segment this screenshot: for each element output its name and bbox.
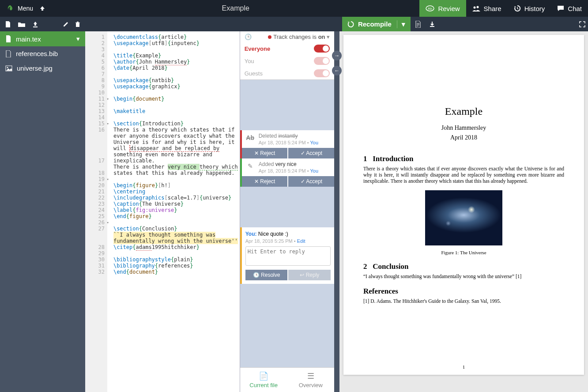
section-number: 1 — [363, 155, 367, 163]
code-content[interactable]: \documentclass{article} \usepackage[utf8… — [107, 31, 240, 392]
track-label: Track changes is — [273, 34, 317, 40]
rename-icon[interactable] — [63, 21, 69, 27]
toggle-guests[interactable] — [314, 69, 330, 77]
file-icon — [5, 50, 11, 57]
chat-icon — [557, 5, 564, 11]
recompile-label: Recompile — [358, 20, 392, 28]
review-icon: Ab — [426, 5, 434, 12]
file-name: main.tex — [16, 35, 41, 43]
reject-button[interactable]: ✕ Reject — [242, 176, 288, 187]
comment-card: You: Nice quote :) Apr 18, 2018 5:25 PM … — [240, 227, 334, 284]
pdf-title: Example — [363, 106, 564, 117]
change-author: You — [310, 140, 318, 145]
pdf-figure-image — [425, 190, 502, 245]
file-main-tex[interactable]: main.tex ▾ — [0, 31, 85, 46]
up-icon[interactable] — [39, 5, 45, 11]
image-icon — [5, 65, 12, 72]
code-editor[interactable]: 12345 678910 1112131415 16 17 181920 212… — [85, 31, 240, 392]
comment-author: You: — [245, 231, 257, 237]
file-icon — [5, 35, 11, 42]
section-number: 2 — [363, 262, 367, 271]
reply-button[interactable]: ↩ Reply — [288, 270, 331, 280]
change-author: You — [310, 168, 318, 173]
fullscreen-icon[interactable] — [579, 21, 585, 27]
comment-edit[interactable]: Edit — [297, 238, 305, 244]
history-icon — [514, 5, 521, 12]
strikethrough-icon: Ab — [245, 133, 255, 143]
pdf-date: April 2018 — [363, 134, 564, 141]
pdf-author: John Hammersley — [363, 124, 564, 132]
change-text: instantly — [278, 133, 298, 139]
chevron-down-icon[interactable]: ▾ — [76, 35, 80, 43]
file-name: universe.jpg — [17, 64, 53, 72]
pdf-paragraph: There is a theory which states that if e… — [363, 166, 564, 184]
review-label: Review — [438, 5, 460, 12]
toggle-everyone[interactable] — [314, 45, 330, 53]
change-card-added: ✎ Added very nice Apr 18, 2018 5:24 PM •… — [240, 158, 334, 187]
accept-button[interactable]: ✓ Accept — [288, 148, 334, 158]
share-icon — [472, 5, 480, 11]
pencil-icon: ✎ — [245, 161, 255, 171]
chevron-down-icon[interactable]: ▾ — [327, 34, 330, 40]
download-icon[interactable] — [426, 21, 439, 27]
reply-input[interactable] — [245, 246, 331, 266]
tab-overview[interactable]: ☰Overview — [287, 368, 334, 392]
change-text: very nice — [275, 161, 297, 167]
scope-everyone: Everyone — [245, 45, 271, 52]
reject-button[interactable]: ✕ Reject — [242, 148, 288, 158]
pdf-preview: Recompile ▾ Example John Hammersley Apri… — [339, 31, 588, 392]
toggle-history-icon[interactable]: 🕒 — [245, 34, 252, 40]
file-tree: main.tex ▾ references.bib universe.jpg — [0, 31, 85, 392]
svg-point-5 — [7, 67, 8, 68]
change-card-deleted: Ab Deleted instantly Apr 18, 2018 5:24 P… — [240, 130, 334, 158]
new-file-icon[interactable] — [4, 21, 11, 28]
file-icon: 📄 — [240, 371, 287, 381]
pane-splitter[interactable]: → ← — [334, 31, 339, 392]
overleaf-logo-icon — [6, 4, 14, 12]
recompile-dropdown[interactable]: ▾ — [397, 20, 405, 28]
change-action: Added — [259, 161, 274, 167]
svg-text:Ab: Ab — [428, 7, 433, 11]
reference-entry: [1] D. Adams. The Hitchhiker's Guide to … — [363, 298, 564, 305]
section-title: Conclusion — [373, 262, 408, 271]
share-button[interactable]: Share — [466, 0, 508, 17]
change-action: Deleted — [259, 133, 277, 139]
upload-icon[interactable] — [32, 21, 39, 28]
chat-label: Chat — [568, 5, 582, 12]
tab-current-file[interactable]: 📄Current file — [240, 368, 287, 392]
figure-caption: Figure 1: The Universe — [363, 250, 564, 255]
change-meta: Apr 18, 2018 5:24 PM — [259, 168, 306, 173]
pdf-paragraph: “I always thought something was fundamen… — [363, 274, 564, 280]
history-button[interactable]: History — [508, 0, 551, 17]
section-title: Introduction — [373, 155, 413, 163]
logs-icon[interactable] — [411, 21, 425, 28]
list-icon: ☰ — [287, 371, 334, 381]
review-button[interactable]: Ab Review — [419, 0, 466, 17]
comment-text: Nice quote :) — [258, 231, 288, 237]
pdf-toolbar: Recompile ▾ — [339, 17, 588, 31]
svg-point-2 — [473, 7, 475, 9]
accept-button[interactable]: ✓ Accept — [288, 176, 334, 187]
new-folder-icon[interactable] — [18, 21, 26, 27]
svg-point-3 — [476, 6, 479, 8]
menu-button[interactable]: Menu — [6, 4, 33, 12]
references-heading: References — [363, 287, 564, 296]
project-title[interactable]: Example — [52, 4, 419, 12]
recompile-button[interactable]: Recompile ▾ — [342, 17, 411, 31]
pdf-viewport[interactable]: Example John Hammersley April 2018 1 Int… — [339, 31, 588, 392]
file-references-bib[interactable]: references.bib — [0, 46, 85, 61]
resolve-button[interactable]: 🕒 Resolve — [245, 270, 288, 280]
file-universe-jpg[interactable]: universe.jpg — [0, 61, 85, 75]
share-label: Share — [484, 5, 501, 12]
track-changes-header: 🕒 Track changes is on ▾ Everyone You Gue… — [240, 31, 334, 80]
track-on: on — [318, 34, 325, 40]
toggle-you[interactable] — [314, 57, 330, 65]
review-panel: 🕒 Track changes is on ▾ Everyone You Gue… — [240, 31, 334, 392]
file-name: references.bib — [16, 50, 58, 57]
delete-icon[interactable] — [75, 21, 80, 27]
comment-meta: Apr 18, 2018 5:25 PM — [245, 238, 293, 244]
menu-label: Menu — [18, 5, 33, 12]
refresh-icon — [347, 21, 354, 28]
top-toolbar: Menu Example Ab Review Share History Cha… — [0, 0, 588, 17]
chat-button[interactable]: Chat — [551, 0, 588, 17]
